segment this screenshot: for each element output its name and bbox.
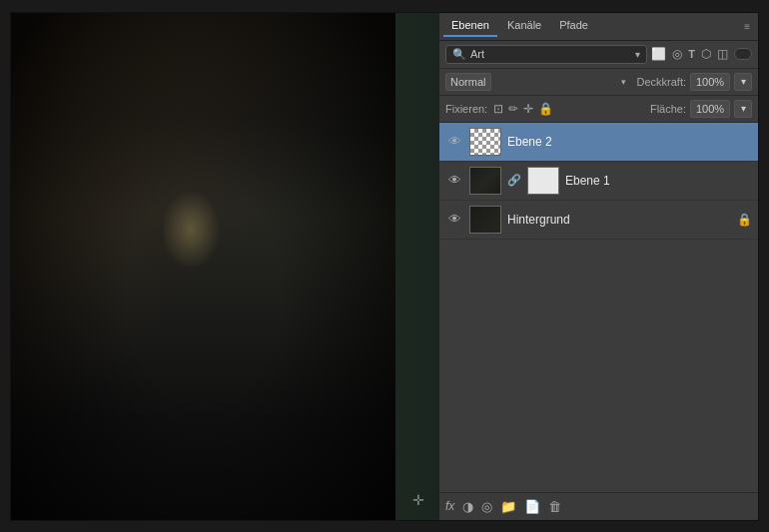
layer-delete-icon[interactable]: 🗑: [548, 499, 561, 514]
filter-dropdown-icon[interactable]: ▾: [635, 49, 640, 60]
blend-mode-select[interactable]: Normal: [445, 73, 491, 91]
layer-name-ebene2: Ebene 2: [507, 135, 752, 149]
filter-input[interactable]: [470, 48, 631, 60]
layer-thumbnail-ebene2: [469, 128, 501, 156]
fill-value[interactable]: 100%: [690, 100, 730, 118]
fix-lock-icon[interactable]: 🔒: [538, 102, 553, 116]
layer-thumbnail-ebene1-mask: [527, 167, 559, 195]
layer-item-ebene1[interactable]: 👁 🔗 Ebene 1: [439, 162, 758, 201]
layer-thumbnail-ebene1-dark: [469, 167, 501, 195]
opacity-control: Deckkraft: 100% ▾: [636, 73, 752, 91]
opacity-value[interactable]: 100%: [690, 73, 730, 91]
filter-toggle[interactable]: [734, 48, 752, 60]
search-icon: 🔍: [452, 48, 466, 61]
tab-pfade[interactable]: Pfade: [551, 15, 596, 37]
layer-fx-icon[interactable]: fx: [445, 499, 454, 514]
panel-bottom-bar: fx ◑ ◎ 📁 📄 🗑: [439, 492, 758, 520]
layer-adjustment-icon[interactable]: ◎: [481, 499, 492, 514]
layer-name-ebene1: Ebene 1: [565, 174, 752, 188]
filter-adjust-icon[interactable]: ◎: [672, 47, 682, 61]
layer-thumbnail-hintergrund: [469, 206, 501, 234]
filter-icons: ⬜ ◎ T ⬡ ◫: [651, 47, 752, 61]
blend-mode-wrapper: Normal: [445, 73, 630, 91]
panel-options-icon[interactable]: ≡: [740, 19, 754, 34]
blend-opacity-row: Normal Deckkraft: 100% ▾: [439, 69, 758, 96]
bottom-icons: fx ◑ ◎ 📁 📄 🗑: [445, 499, 561, 514]
layer-new-icon[interactable]: 📄: [524, 499, 540, 514]
layer-item-hintergrund[interactable]: 👁 Hintergrund 🔒: [439, 201, 758, 240]
layer-lock-icon: 🔒: [737, 213, 752, 227]
filter-shape-icon[interactable]: ⬡: [701, 47, 711, 61]
layer-name-hintergrund: Hintergrund: [507, 213, 731, 227]
layers-list: 👁 Ebene 2 👁 🔗 Ebene 1 👁: [439, 123, 758, 492]
layer-link-icon-ebene1[interactable]: 🔗: [507, 174, 521, 187]
fix-position-icon[interactable]: ⊡: [493, 102, 503, 116]
layer-group-icon[interactable]: 📁: [500, 499, 516, 514]
layer-mask-icon[interactable]: ◑: [462, 499, 473, 514]
crosshair-icon: ✛: [410, 492, 426, 508]
fix-brush-icon[interactable]: ✏: [508, 102, 518, 116]
filter-smart-icon[interactable]: ◫: [717, 47, 728, 61]
fill-control: Fläche: 100% ▾: [650, 100, 752, 118]
opacity-label: Deckkraft:: [636, 76, 686, 88]
fix-fill-row: Fixieren: ⊡ ✏ ✛ 🔒 Fläche: 100% ▾: [439, 96, 758, 123]
tab-ebenen[interactable]: Ebenen: [443, 15, 497, 37]
fill-dropdown-btn[interactable]: ▾: [734, 100, 752, 118]
fill-label: Fläche:: [650, 103, 686, 115]
opacity-dropdown-btn[interactable]: ▾: [734, 73, 752, 91]
filter-image-icon[interactable]: ⬜: [651, 47, 666, 61]
layer-visibility-ebene2[interactable]: 👁: [445, 133, 463, 151]
canvas-area[interactable]: ✛: [11, 13, 438, 520]
canvas-image: [11, 13, 438, 520]
tab-group: Ebenen Kanäle Pfade: [443, 15, 596, 37]
fix-label: Fixieren:: [445, 103, 487, 115]
layer-visibility-hintergrund[interactable]: 👁: [445, 211, 463, 229]
layer-visibility-ebene1[interactable]: 👁: [445, 172, 463, 190]
layers-panel: Ebenen Kanäle Pfade ≡ 🔍 ▾ ⬜ ◎ T ⬡ ◫: [438, 13, 758, 520]
filter-search-box[interactable]: 🔍 ▾: [445, 45, 647, 64]
fix-move-icon[interactable]: ✛: [523, 102, 533, 116]
layer-item-ebene2[interactable]: 👁 Ebene 2: [439, 123, 758, 162]
filter-text-icon[interactable]: T: [688, 48, 695, 60]
panel-tabs: Ebenen Kanäle Pfade ≡: [439, 13, 758, 41]
panel-filter-row: 🔍 ▾ ⬜ ◎ T ⬡ ◫: [439, 41, 758, 69]
fix-icons: ⊡ ✏ ✛ 🔒: [493, 102, 553, 116]
tab-kanaele[interactable]: Kanäle: [499, 15, 549, 37]
main-container: ✛ Ebenen Kanäle Pfade ≡ 🔍 ▾ ⬜ ◎ T ⬡: [10, 12, 759, 521]
